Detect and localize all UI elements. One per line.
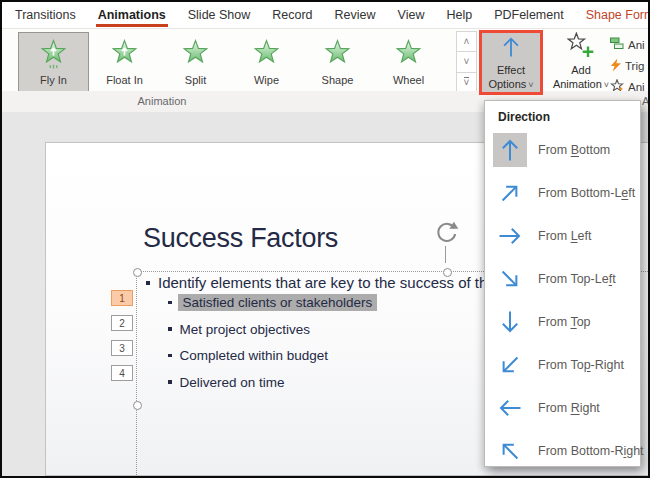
- direction-option-from-right[interactable]: From Right: [485, 386, 640, 429]
- direction-arrow-icon: [493, 305, 527, 339]
- animation-order-badge[interactable]: 1: [111, 290, 133, 306]
- direction-arrow-icon: [493, 176, 527, 210]
- sub-bullet-line[interactable]: Satisfied clients or stakeholders: [168, 295, 377, 310]
- direction-arrow-icon: [493, 348, 527, 382]
- textbox-handle-top-center[interactable]: [443, 268, 452, 277]
- add-animation-button[interactable]: Add Animation˅: [550, 31, 612, 93]
- direction-arrow-icon: [493, 262, 527, 296]
- animation-gallery-item[interactable]: Fly In: [18, 32, 89, 92]
- advanced-animation-buttons: Ani Trig Ani: [610, 34, 650, 97]
- chevron-down-icon: ˅: [528, 80, 533, 90]
- animation-group-label: Animation: [112, 95, 212, 107]
- animation-gallery-item[interactable]: Wipe: [231, 32, 302, 92]
- animation-gallery-item[interactable]: Float In: [89, 32, 160, 92]
- chevron-down-icon: ˅: [604, 80, 609, 90]
- sub-bullet-line[interactable]: Delivered on time: [168, 375, 285, 390]
- effect-options-direction-menu: Direction From Bottom From Bottom-Left F…: [484, 100, 641, 467]
- ribbon-tab-bar: TransitionsAnimationsSlide ShowRecordRev…: [2, 2, 650, 28]
- animation-gallery-item-label: Float In: [106, 74, 143, 86]
- advanced-button-label-partial: Ani: [628, 39, 645, 51]
- animation-order-badge[interactable]: 3: [111, 340, 133, 356]
- direction-option-from-bottom-left[interactable]: From Bottom-Left: [485, 171, 640, 214]
- direction-menu-title: Direction: [485, 101, 640, 128]
- menu-tab-label: Review: [335, 8, 376, 22]
- direction-option-from-top-right[interactable]: From Top-Right: [485, 343, 640, 386]
- animation-gallery-item[interactable]: Split: [160, 32, 231, 92]
- animation-order-badge[interactable]: 4: [111, 365, 133, 381]
- menu-tab-label: PDFelement: [494, 8, 563, 22]
- menu-tab-label: Record: [272, 8, 312, 22]
- gallery-more-button[interactable]: ˅: [456, 72, 477, 93]
- bullet-line[interactable]: Identify elements that are key to the su…: [146, 274, 513, 291]
- animation-star-icon: [324, 39, 351, 73]
- menu-tab-view[interactable]: View: [387, 2, 436, 28]
- animation-star-icon: [40, 39, 67, 73]
- animation-gallery-item-label: Shape: [322, 74, 354, 86]
- animation-gallery-item-label: Split: [185, 74, 206, 86]
- chevron-down-icon: ˅: [464, 56, 470, 67]
- effect-options-button[interactable]: Effect Options˅: [482, 33, 540, 92]
- powerpoint-window: TransitionsAnimationsSlide ShowRecordRev…: [0, 0, 650, 478]
- animation-gallery-item-label: Wipe: [254, 74, 279, 86]
- add-animation-label-line2: Animation˅: [553, 78, 609, 92]
- menu-tab-label: Shape Format: [586, 8, 650, 22]
- animation-gallery: Fly In Float In Split Wipe: [18, 32, 444, 92]
- textbox-handle-top-left[interactable]: [133, 268, 142, 277]
- direction-option-label: From Left: [538, 229, 592, 243]
- direction-option-from-bottom-right[interactable]: From Bottom-Right: [485, 429, 640, 472]
- animation-star-icon: [182, 39, 209, 73]
- menu-tab-label: Animations: [98, 8, 166, 22]
- sub-bullet-line[interactable]: Met project objectives: [168, 322, 310, 337]
- direction-option-label: From Bottom-Left: [538, 186, 635, 200]
- menu-tab-pdfelement[interactable]: PDFelement: [483, 2, 574, 28]
- animation-pane-icon: [610, 37, 624, 52]
- bullet-marker: [168, 380, 172, 384]
- animation-order-badge[interactable]: 2: [111, 315, 133, 331]
- direction-arrow-icon: [493, 219, 527, 253]
- animation-gallery-item[interactable]: Shape: [302, 32, 373, 92]
- animation-gallery-item-label: Fly In: [40, 74, 67, 86]
- bullet-marker: [168, 354, 172, 358]
- menu-tab-help[interactable]: Help: [435, 2, 483, 28]
- direction-option-from-top[interactable]: From Top: [485, 300, 640, 343]
- animation-star-icon: [253, 39, 280, 73]
- menu-tab-label: Transitions: [15, 8, 76, 22]
- bullet-marker: [168, 327, 172, 331]
- menu-tab-review[interactable]: Review: [324, 2, 387, 28]
- add-animation-label-line1: Add: [571, 64, 591, 77]
- advanced-button-label-partial: Trig: [625, 60, 644, 72]
- arrow-up-icon: [500, 34, 522, 63]
- direction-option-from-bottom[interactable]: From Bottom: [485, 128, 640, 171]
- chevron-down-button[interactable]: ˅: [456, 51, 477, 71]
- direction-option-label: From Bottom-Right: [538, 444, 644, 458]
- animation-gallery-item-label: Wheel: [393, 74, 424, 86]
- rotate-handle[interactable]: [432, 219, 460, 250]
- effect-options-annotation: Effect Options˅: [479, 30, 543, 95]
- menu-tab-shape-format[interactable]: Shape Format: [575, 2, 650, 28]
- slide-title[interactable]: Success Factors: [143, 223, 338, 254]
- menu-tab-record[interactable]: Record: [261, 2, 323, 28]
- advanced-group-label-partial: Ani: [642, 95, 650, 107]
- textbox-handle-middle-left[interactable]: [133, 401, 142, 410]
- sub-bullet-line[interactable]: Completed within budget: [168, 348, 328, 363]
- rotate-icon: [433, 219, 460, 246]
- bullet-marker: [146, 281, 150, 285]
- menu-tab-animations[interactable]: Animations: [87, 2, 177, 28]
- direction-option-label: From Right: [538, 401, 600, 415]
- advanced-animation-button[interactable]: Trig: [610, 55, 650, 76]
- direction-option-from-left[interactable]: From Left: [485, 214, 640, 257]
- animation-gallery-item[interactable]: Wheel: [373, 32, 444, 92]
- menu-tab-label: View: [398, 8, 425, 22]
- menu-tab-transitions[interactable]: Transitions: [4, 2, 87, 28]
- direction-option-label: From Top: [538, 315, 591, 329]
- chevron-up-button[interactable]: ˄: [456, 31, 477, 51]
- direction-option-label: From Top-Left: [538, 272, 616, 286]
- chevron-up-icon: ˄: [464, 36, 470, 47]
- effect-options-label-line2: Options˅: [488, 78, 533, 92]
- advanced-animation-button[interactable]: Ani: [610, 34, 650, 55]
- star-plus-icon: [567, 32, 595, 63]
- animation-star-icon: [111, 39, 138, 73]
- textbox-border-left: [136, 271, 137, 475]
- direction-option-from-top-left[interactable]: From Top-Left: [485, 257, 640, 300]
- menu-tab-slide-show[interactable]: Slide Show: [177, 2, 262, 28]
